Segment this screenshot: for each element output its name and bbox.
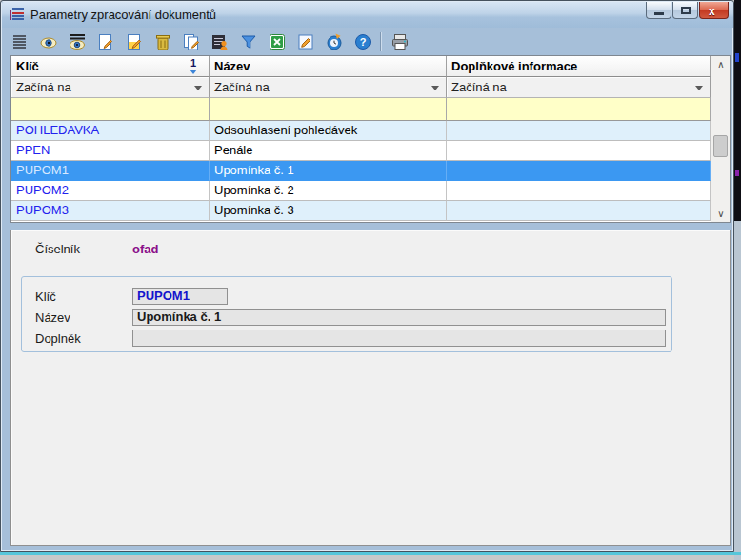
column-header-label: Doplňkové informace	[451, 59, 577, 73]
view-icon[interactable]	[34, 30, 63, 53]
cell-name: Odsouhlasení pohledávek	[210, 121, 447, 141]
rows-icon[interactable]	[6, 30, 34, 53]
records-grid: Klíč1NázevDoplňkové informace Začíná naZ…	[10, 55, 731, 223]
view-columns-icon[interactable]	[63, 30, 91, 53]
table-row[interactable]: PUPOM3Upomínka č. 3	[11, 201, 711, 221]
grid-rows: POHLEDAVKAOdsouhlasení pohledávekPPENPen…	[11, 121, 711, 221]
table-row[interactable]: PPENPenále	[11, 141, 711, 161]
toolbar-separator	[380, 32, 381, 51]
table-row[interactable]: PUPOM2Upomínka č. 2	[11, 181, 711, 201]
sort-descending-icon	[190, 70, 197, 74]
cell-info	[447, 161, 711, 181]
close-button[interactable]: x	[699, 2, 729, 19]
svg-text:?: ?	[360, 36, 367, 48]
cell-key: PUPOM2	[11, 181, 210, 201]
assign-icon[interactable]	[206, 30, 234, 53]
filter-operator-label: Začíná na	[16, 80, 71, 94]
cell-info	[447, 181, 711, 201]
field-input-3[interactable]	[132, 330, 666, 347]
cell-name: Upomínka č. 3	[210, 201, 447, 221]
column-header-2[interactable]: Název	[210, 56, 447, 77]
minimize-button[interactable]	[646, 2, 671, 19]
chevron-down-icon	[695, 86, 703, 90]
table-row[interactable]: POHLEDAVKAOdsouhlasení pohledávek	[11, 121, 711, 141]
cell-key: POHLEDAVKA	[11, 121, 210, 141]
help-icon[interactable]: ?	[349, 30, 377, 53]
close-icon: x	[709, 5, 715, 18]
table-row[interactable]: PUPOM1Upomínka č. 1	[11, 161, 711, 181]
cell-info	[447, 121, 711, 141]
chevron-down-icon	[431, 86, 439, 90]
field-label-n-zev: Název	[35, 310, 70, 325]
app-window: Parametry zpracování dokumentů x ? Klíč1…	[0, 0, 734, 552]
cell-name: Upomínka č. 2	[210, 181, 447, 201]
cell-name: Penále	[210, 141, 447, 161]
filter-search-input-2[interactable]	[210, 98, 447, 121]
filter-search-input-1[interactable]	[11, 98, 210, 121]
new-document-icon[interactable]	[91, 30, 120, 53]
delete-icon[interactable]	[149, 30, 177, 53]
cell-key: PUPOM3	[11, 201, 210, 221]
scrollbar-thumb[interactable]	[713, 135, 728, 157]
maximize-icon	[681, 7, 691, 14]
grid-columns-area: Klíč1NázevDoplňkové informace Začíná naZ…	[11, 56, 711, 222]
edit-note-icon[interactable]	[291, 30, 320, 53]
field-label-dopln-k: Doplněk	[35, 331, 81, 346]
grid-header-row: Klíč1NázevDoplňkové informace	[11, 56, 711, 77]
minimize-icon	[654, 12, 664, 15]
filter-operator-label: Začíná na	[214, 80, 270, 94]
toolbar: ?	[6, 29, 730, 54]
field-input-1[interactable]: PUPOM1	[132, 288, 228, 305]
maximize-button[interactable]	[672, 2, 698, 19]
window-title: Parametry zpracování dokumentů	[30, 8, 216, 22]
background-bottom-window-edge	[0, 552, 741, 555]
copy-document-icon[interactable]	[177, 30, 206, 53]
ciselnik-label: Číselník	[35, 242, 80, 256]
field-label-kl-: Klíč	[35, 290, 56, 304]
cell-key: PPEN	[11, 141, 210, 161]
detail-panel: Číselník ofad KlíčPUPOM1NázevUpomínka č.…	[10, 230, 731, 546]
column-header-label: Klíč	[16, 59, 39, 73]
titlebar: Parametry zpracování dokumentů	[2, 2, 733, 28]
refresh-clock-icon[interactable]	[320, 30, 349, 53]
filter-operator-label: Začíná na	[451, 80, 507, 94]
export-excel-icon[interactable]	[263, 30, 291, 53]
cell-key: PUPOM1	[11, 161, 210, 181]
window-controls: x	[646, 2, 729, 19]
chevron-down-icon	[194, 86, 202, 90]
scroll-down-icon[interactable]: ∨	[711, 206, 731, 222]
background-right-sliver-lower	[734, 221, 741, 560]
filter-icon[interactable]	[234, 30, 263, 53]
cell-name: Upomínka č. 1	[210, 161, 447, 181]
app-icon	[10, 8, 25, 23]
cell-info	[447, 201, 711, 221]
filter-operator-dropdown-2[interactable]: Začíná na	[210, 77, 447, 98]
grid-filter-row: Začíná naZačíná naZačíná na	[11, 77, 711, 98]
field-input-2[interactable]: Upomínka č. 1	[132, 309, 666, 326]
print-icon[interactable]	[386, 30, 414, 53]
scroll-up-icon[interactable]: ∧	[711, 56, 731, 72]
detail-groupbox: KlíčPUPOM1NázevUpomínka č. 1Doplněk	[21, 276, 672, 352]
cell-info	[447, 141, 711, 161]
filter-search-input-3[interactable]	[447, 98, 711, 121]
sort-indicator: 1	[190, 58, 197, 74]
vertical-scrollbar[interactable]: ∧ ∨	[711, 56, 730, 222]
column-header-label: Název	[214, 59, 250, 73]
column-header-3[interactable]: Doplňkové informace	[447, 56, 711, 77]
filter-operator-dropdown-1[interactable]: Začíná na	[11, 77, 210, 98]
column-header-1[interactable]: Klíč1	[11, 56, 210, 77]
grid-search-row	[11, 98, 711, 121]
ciselnik-value: ofad	[132, 242, 158, 256]
edit-document-icon[interactable]	[120, 30, 149, 53]
background-right-sliver	[734, 0, 741, 221]
filter-operator-dropdown-3[interactable]: Začíná na	[447, 77, 711, 98]
